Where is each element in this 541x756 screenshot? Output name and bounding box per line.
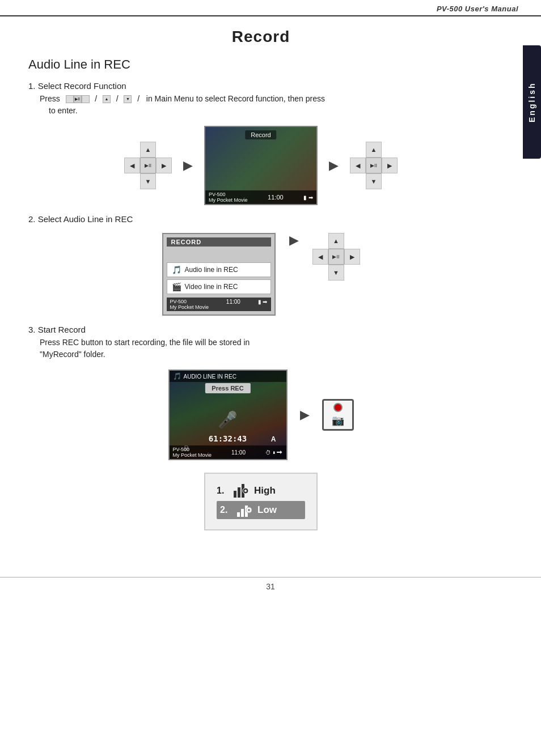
dpad-icon-2: ▲: [103, 95, 111, 103]
video-icon: 🎬: [172, 282, 181, 291]
record-menu-box: RECORD 🎵 Audio line in REC 🎬 Video line …: [162, 233, 276, 316]
nav-down-r[interactable]: ▼: [366, 173, 382, 189]
section-title: Audio Line in REC: [28, 57, 493, 72]
svg-rect-1: [238, 487, 240, 498]
screen-record-label: Record: [245, 130, 276, 139]
quality-box: 1. High 2.: [204, 473, 318, 530]
nav-center-s2[interactable]: ▶II: [328, 249, 344, 265]
audio-title-text: AUDIO LINE IN REC: [184, 373, 236, 380]
nav-down[interactable]: ▼: [140, 173, 156, 189]
screen-record: Record PV-500My Pocket Movie 11:00 ▮ ➡: [204, 126, 318, 205]
step3-images: 🎵 AUDIO LINE IN REC Press REC 🎤 61:32:43…: [28, 369, 493, 460]
svg-point-4: [244, 490, 247, 492]
press-rec-button[interactable]: Press REC: [205, 383, 250, 393]
sidebar-english-tab: English: [523, 45, 541, 159]
step-2: 2. Select Audio Line in REC: [28, 214, 493, 224]
audio-screen-bottom: PV-500My Pocket Movie 11:00 ⏱ ▮ ➡: [170, 445, 286, 459]
play-arrow-4: ▶: [300, 407, 310, 422]
step1-images: ▲ ◀ ▶II ▶ ▼ ▶ Record PV-500M: [28, 126, 493, 205]
manual-title: PV-500 User's Manual: [437, 5, 518, 13]
audio-screen-title: 🎵 AUDIO LINE IN REC: [170, 371, 286, 382]
svg-rect-5: [237, 512, 240, 517]
audio-timer: 61:32:43: [209, 434, 247, 443]
record-icon: 📷: [322, 399, 354, 431]
quality-options-container: 1. High 2.: [28, 466, 493, 537]
step3-desc2: "MyRecord" folder.: [40, 350, 105, 359]
menu-item-video-label: Video line in REC: [185, 283, 238, 291]
dpad-large-right: ▲ ◀ ▶II ▶ ▼: [350, 142, 398, 189]
camera-symbol: 📷: [332, 414, 344, 427]
step-3: 3. Start Record Press REC button to star…: [28, 325, 493, 360]
audio-time: 11:00: [231, 449, 246, 456]
play-arrow-1: ▶: [183, 158, 193, 173]
nav-left-r[interactable]: ◀: [350, 158, 366, 173]
dpad-step2: ▲ ◀ ▶II ▶ ▼: [312, 233, 360, 281]
menu-item-audio-label: Audio line in REC: [185, 266, 238, 274]
nav-up[interactable]: ▲: [140, 142, 156, 158]
screen-pv500-1: PV-500My Pocket Movie: [209, 192, 248, 203]
quality-low-num: 2.: [220, 505, 231, 515]
quality-high-label: High: [254, 485, 276, 496]
page-header: PV-500 User's Manual: [0, 0, 541, 16]
audio-icon: 🎵: [172, 265, 181, 274]
page-number: 31: [266, 582, 275, 591]
menu-item-video[interactable]: 🎬 Video line in REC: [167, 279, 271, 294]
sidebar-label: English: [527, 82, 536, 122]
menu-bottom: PV-500My Pocket Movie 11:00 ▮ ➡: [167, 298, 271, 311]
menu-time: 11:00: [226, 299, 240, 310]
nav-down-s2[interactable]: ▼: [328, 265, 344, 281]
page-title: Record: [28, 28, 493, 46]
audio-screen: 🎵 AUDIO LINE IN REC Press REC 🎤 61:32:43…: [168, 369, 288, 460]
step1-heading: 1. Select Record Function: [28, 81, 493, 91]
quality-low-row: 2. Low: [217, 501, 305, 519]
nav-up-s2[interactable]: ▲: [328, 233, 344, 249]
quality-high-row: 1. High: [217, 484, 305, 498]
quality-high-icon: [234, 484, 248, 498]
nav-right[interactable]: ▶: [156, 158, 172, 173]
nav-right-r[interactable]: ▶: [382, 158, 398, 173]
step-1: 1. Select Record Function Press ▶II / ▲ …: [28, 81, 493, 117]
step3-heading: 3. Start Record: [28, 325, 493, 334]
menu-title: RECORD: [167, 237, 271, 247]
step3-desc: Press REC button to start recording, the…: [40, 337, 493, 360]
svg-rect-6: [241, 509, 244, 517]
nav-left-s2[interactable]: ◀: [312, 249, 328, 265]
step2-heading: 2. Select Audio Line in REC: [28, 214, 493, 224]
play-arrow-3: ▶: [289, 233, 299, 248]
main-content: Record Audio Line in REC 1. Select Recor…: [0, 16, 522, 566]
menu-item-audio[interactable]: 🎵 Audio line in REC: [167, 262, 271, 277]
dpad-icon-1: ▶II: [66, 95, 90, 103]
play-arrow-2: ▶: [329, 158, 339, 173]
low-bars-svg: [237, 503, 252, 517]
high-bars-svg: [234, 484, 248, 498]
nav-center-r[interactable]: ▶II: [366, 158, 382, 173]
svg-rect-0: [234, 491, 236, 498]
quality-high-num: 1.: [217, 486, 228, 496]
page-footer: 31: [0, 577, 541, 591]
quality-low-label: Low: [257, 504, 277, 516]
screen-time-1: 11:00: [268, 194, 284, 201]
screen-bottom-1: PV-500My Pocket Movie 11:00 ▮ ➡: [205, 190, 316, 204]
nav-up-r[interactable]: ▲: [366, 142, 382, 158]
audio-a-label: A: [271, 435, 276, 443]
nav-center-play[interactable]: ▶II: [140, 158, 156, 173]
quality-low-icon: [237, 503, 252, 517]
dpad-large-left: ▲ ◀ ▶II ▶ ▼: [124, 142, 172, 189]
step2-images: RECORD 🎵 Audio line in REC 🎬 Video line …: [28, 233, 493, 316]
svg-point-9: [248, 509, 250, 511]
nav-right-s2[interactable]: ▶: [344, 249, 360, 265]
nav-left[interactable]: ◀: [124, 158, 140, 173]
step1-desc: Press ▶II / ▲ / ▼ /: [40, 93, 493, 117]
dpad-icon-3: ▼: [124, 95, 132, 103]
rec-dot: [333, 403, 343, 412]
step3-desc1: Press REC button to start recording, the…: [40, 338, 250, 347]
